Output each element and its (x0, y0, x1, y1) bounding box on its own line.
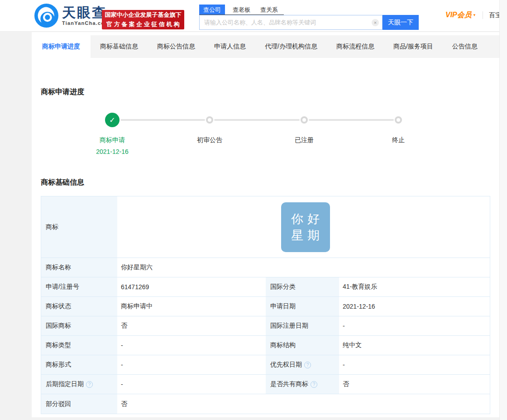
help-icon[interactable]: ? (311, 381, 317, 388)
row-label-trademark-type: 商标类型 (41, 336, 117, 355)
step-pending-circle (206, 116, 213, 124)
row-label-intl-trademark: 国际商标 (41, 316, 117, 336)
trademark-image[interactable]: 你好 星期 (281, 202, 330, 252)
tab-trademark-progress[interactable]: 商标申请进度 (32, 35, 91, 58)
value-trademark-name: 你好星期六 (117, 258, 490, 277)
tab-process-info[interactable]: 商标流程信息 (327, 35, 384, 58)
row-label-status: 商标状态 (41, 297, 117, 316)
value-apply-date: 2021-12-16 (339, 297, 490, 316)
tab-basic-info[interactable]: 商标基础信息 (91, 35, 148, 58)
priority-date-label: 优先权日期 (270, 361, 302, 369)
step-label-registered: 已注册 (273, 136, 336, 144)
tab-announcement-info[interactable]: 商标公告信息 (148, 35, 205, 58)
check-icon: ✓ (109, 116, 115, 124)
value-trademark-type: - (117, 336, 266, 355)
value-later-designation-date: - (117, 375, 266, 394)
search-input[interactable] (199, 15, 383, 30)
value-trademark-form: - (117, 355, 266, 375)
help-icon[interactable]: ? (304, 362, 311, 368)
search-tabs: 查公司 查老板 查关系 (199, 5, 284, 15)
step-label-apply: 商标申请 (81, 136, 144, 144)
value-shared-trademark: 否 (339, 375, 490, 394)
row-label-reg-number: 申请/注册号 (41, 277, 117, 297)
row-label-structure: 商标结构 (266, 336, 339, 355)
row-label-priority-date: 优先权日期 ? (266, 355, 339, 375)
row-label-apply-date: 申请日期 (266, 297, 339, 316)
tab-agency-info[interactable]: 代理/办理机构信息 (255, 35, 327, 58)
row-label-trademark-form: 商标形式 (41, 355, 117, 375)
shared-trademark-label: 是否共有商标 (270, 380, 308, 388)
header: 天眼查 TianYanCha.com 国家中小企业发展子基金旗下 官方备案企业征… (0, 0, 507, 32)
value-priority-date: - (339, 355, 490, 375)
row-label-partial-rejection: 部分驳回 (41, 394, 117, 414)
tianyancha-logo-icon (34, 4, 58, 28)
row-label-intl-reg-date: 国际注册日期 (266, 316, 339, 336)
row-label-shared-trademark: 是否共有商标 ? (266, 375, 339, 394)
row-label-trademark-name: 商标名称 (41, 258, 117, 277)
step-pending-circle (395, 116, 402, 124)
badge-line2: 官方备案企业征信机构 (105, 20, 182, 29)
timeline-segment (214, 119, 300, 121)
header-divider (483, 11, 483, 19)
value-status: 商标申请中 (117, 297, 266, 316)
badge-line1: 国家中小企业发展子基金旗下 (105, 11, 182, 19)
trademark-image-line1: 你好 (287, 211, 324, 227)
search-tab-company[interactable]: 查公司 (199, 5, 225, 14)
progress-section-title: 商标申请进度 (41, 87, 84, 97)
vip-label: VIP会员 (445, 11, 472, 19)
row-label-intl-class: 国际分类 (266, 277, 339, 297)
basic-info-section-title: 商标基础信息 (41, 178, 84, 187)
later-designation-label: 后期指定日期 (46, 380, 84, 388)
timeline-segment (120, 119, 205, 121)
trademark-image-cell: 你好 星期 (117, 196, 490, 258)
search-tab-relation[interactable]: 查关系 (256, 5, 282, 14)
search-area: 查公司 查老板 查关系 × 天眼一下 (199, 5, 419, 30)
trademark-image-line2: 星期 (287, 227, 324, 243)
certification-badge: 国家中小企业发展子基金旗下 官方备案企业征信机构 (102, 10, 184, 29)
clear-icon[interactable]: × (372, 19, 379, 26)
row-label-later-designation-date: 后期指定日期 ? (41, 375, 117, 394)
vip-member-link[interactable]: VIP会员▾ (445, 10, 475, 20)
tianyancha-logo[interactable]: 天眼查 TianYanCha.com (34, 4, 110, 28)
tab-notice-info[interactable]: 公告信息 (443, 35, 487, 58)
basic-info-table: 商标 你好 星期 商标名称 你好星期六 申请/注册号 61471269 国际分类… (41, 196, 490, 414)
timeline-segment (309, 119, 394, 121)
value-intl-class: 41-教育娱乐 (339, 277, 490, 297)
scrollbar[interactable] (499, 0, 507, 420)
search-tab-boss[interactable]: 查老板 (229, 5, 254, 14)
step-done-circle: ✓ (105, 113, 120, 127)
step-label-terminated: 终止 (367, 136, 430, 144)
main-content: 商标申请进度 商标基础信息 商标公告信息 申请人信息 代理/办理机构信息 商标流… (32, 32, 500, 417)
tab-applicant-info[interactable]: 申请人信息 (205, 35, 255, 58)
row-label-trademark: 商标 (41, 196, 117, 258)
value-reg-number: 61471269 (117, 277, 266, 297)
tab-goods-services[interactable]: 商品/服务项目 (384, 35, 443, 58)
step-pending-circle (301, 116, 308, 124)
value-partial-rejection: 否 (117, 394, 490, 414)
value-intl-trademark: 否 (117, 316, 266, 336)
search-button[interactable]: 天眼一下 (383, 15, 419, 30)
help-icon[interactable]: ? (86, 381, 93, 388)
step-label-preliminary: 初审公告 (178, 136, 241, 144)
chevron-down-icon: ▾ (474, 13, 476, 17)
detail-nav-tabs: 商标申请进度 商标基础信息 商标公告信息 申请人信息 代理/办理机构信息 商标流… (32, 35, 500, 58)
value-intl-reg-date: - (339, 316, 490, 336)
step-date-apply: 2021-12-16 (81, 148, 144, 155)
value-structure: 纯中文 (339, 336, 490, 355)
